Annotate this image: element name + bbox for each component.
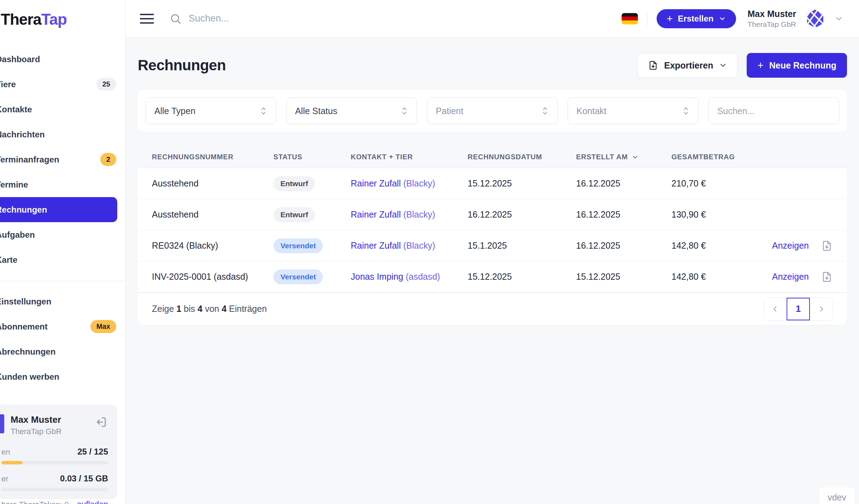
invoice-date: 15.12.2025 xyxy=(468,178,576,189)
sidebar-divider xyxy=(0,281,125,281)
col-header-kontakt-tier[interactable]: Kontakt + Tier xyxy=(351,153,468,161)
logout-icon[interactable] xyxy=(95,416,107,428)
sidebar-item-termine[interactable]: Termine xyxy=(0,172,125,197)
plus-icon: + xyxy=(667,13,673,24)
user-menu[interactable]: Max Muster TheraTap GbR xyxy=(747,9,796,29)
created-date: 15.12.2025 xyxy=(576,272,671,282)
user-name: Max Muster xyxy=(11,414,61,425)
topbar-user-org: TheraTap GbR xyxy=(747,20,796,29)
invoice-number: Ausstehend xyxy=(152,178,273,189)
sidebar-item-nachrichten[interactable]: Nachrichten xyxy=(0,122,125,147)
topbar-divider xyxy=(647,11,647,26)
app-logo[interactable]: TheraTap xyxy=(0,0,125,28)
menu-icon[interactable] xyxy=(140,11,154,26)
logo-text-tap: Tap xyxy=(41,11,67,28)
total-amount: 142,80 € xyxy=(671,272,763,282)
filter-search-input[interactable] xyxy=(717,106,830,116)
invoice-number: RE0324 (Blacky) xyxy=(152,241,273,251)
logo-text-thera: Thera xyxy=(1,11,41,28)
invoice-date: 16.12.2025 xyxy=(468,209,576,220)
avatar[interactable] xyxy=(805,9,825,29)
sidebar-item-aufgaben[interactable]: Aufgaben xyxy=(0,222,125,247)
sidebar-item-terminanfragen[interactable]: Terminanfragen2 xyxy=(0,147,125,172)
chevron-down-icon xyxy=(718,15,726,23)
new-invoice-button[interactable]: + Neue Rechnung xyxy=(747,53,847,78)
download-pdf-icon[interactable] xyxy=(821,271,833,283)
sidebar-item-karte[interactable]: Karte xyxy=(0,247,125,272)
table-row[interactable]: Ausstehend Entwurf Rainer Zufall (Blacky… xyxy=(138,199,847,230)
plus-icon: + xyxy=(757,60,764,71)
total-amount: 130,90 € xyxy=(671,209,763,220)
sidebar-item-tiere[interactable]: Tiere25 xyxy=(0,72,125,97)
page-title: Rechnungen xyxy=(138,57,226,74)
environment-badge: vdev xyxy=(819,487,855,504)
table-header-row: Rechnungsnummer Status Kontakt + Tier Re… xyxy=(138,146,847,168)
sidebar-user-card: Max Muster TheraTap GbR en 25 / 125 er 0… xyxy=(0,404,117,499)
status-badge: Versendet xyxy=(273,238,323,253)
col-header-rechnungsnummer[interactable]: Rechnungsnummer xyxy=(152,153,273,161)
quota1-progressbar xyxy=(1,461,108,464)
quota1-label: en xyxy=(1,447,10,457)
filter-type-select[interactable]: Alle Typen xyxy=(146,97,276,124)
sidebar-item-einstellungen[interactable]: Einstellungen xyxy=(0,289,125,314)
file-export-icon xyxy=(648,60,658,71)
search-icon xyxy=(170,13,182,25)
contact-link[interactable]: Jonas Imping (asdasd) xyxy=(351,272,440,281)
total-amount: 210,70 € xyxy=(671,178,763,189)
quota2-label: er xyxy=(1,474,8,484)
created-date: 16.12.2025 xyxy=(576,209,671,220)
theratoken-topup-link[interactable]: aufladen xyxy=(77,500,108,504)
abonnement-plan-badge: Max xyxy=(90,320,116,333)
sidebar-item-abrechnungen[interactable]: Abrechnungen xyxy=(0,339,125,364)
user-avatar xyxy=(0,414,4,433)
select-chevrons-icon xyxy=(682,106,690,116)
status-badge: Versendet xyxy=(273,269,323,284)
sidebar-item-rechnungen[interactable]: Rechnungen xyxy=(0,197,117,222)
view-invoice-link[interactable]: Anzeigen xyxy=(772,272,809,282)
sidebar-item-kunden-werben[interactable]: Kunden werben xyxy=(0,364,125,389)
page-number-button[interactable]: 1 xyxy=(787,298,810,320)
table-row[interactable]: INV-2025-0001 (asdasd) Versendet Jonas I… xyxy=(138,261,847,292)
filter-contact-select[interactable]: Kontakt xyxy=(568,97,698,124)
chevron-left-icon xyxy=(771,305,780,313)
contact-link[interactable]: Rainer Zufall (Blacky) xyxy=(351,241,435,250)
table-row[interactable]: Ausstehend Entwurf Rainer Zufall (Blacky… xyxy=(138,168,847,199)
contact-link[interactable]: Rainer Zufall (Blacky) xyxy=(351,178,435,188)
next-page-button[interactable] xyxy=(810,298,833,320)
download-pdf-icon[interactable] xyxy=(821,240,833,252)
sidebar-item-abonnement[interactable]: AbonnementMax xyxy=(0,314,125,339)
filter-status-select[interactable]: Alle Status xyxy=(286,97,417,124)
select-chevrons-icon xyxy=(260,106,267,116)
created-date: 16.12.2025 xyxy=(576,241,671,251)
created-date: 16.12.2025 xyxy=(576,178,671,189)
col-header-erstellt-am[interactable]: Erstellt am xyxy=(576,153,671,161)
col-header-status[interactable]: Status xyxy=(273,153,351,161)
pagination: 1 xyxy=(764,297,833,321)
col-header-gesamtbetrag[interactable]: Gesamtbetrag xyxy=(671,153,763,161)
sidebar-item-kontakte[interactable]: Kontakte xyxy=(0,97,125,122)
invoice-date: 15.12.2025 xyxy=(468,272,576,282)
global-search-input[interactable] xyxy=(189,13,401,24)
table-row[interactable]: RE0324 (Blacky) Versendet Rainer Zufall … xyxy=(138,230,847,261)
chevron-down-icon xyxy=(719,61,727,70)
theratoken-label: bare TheraToken: 0 xyxy=(1,500,69,504)
user-menu-chevron-icon[interactable] xyxy=(834,14,843,23)
user-org: TheraTap GbR xyxy=(11,427,61,436)
invoice-number: Ausstehend xyxy=(152,209,273,220)
sort-chevron-icon xyxy=(632,154,639,161)
quota2-progressbar xyxy=(1,488,108,491)
export-button[interactable]: Exportieren xyxy=(638,53,737,78)
status-badge: Entwurf xyxy=(273,176,315,191)
view-invoice-link[interactable]: Anzeigen xyxy=(772,241,809,251)
col-header-rechnungsdatum[interactable]: Rechnungsdatum xyxy=(468,153,576,161)
quota2-value: 0.03 / 15 GB xyxy=(60,474,108,484)
contact-link[interactable]: Rainer Zufall (Blacky) xyxy=(351,209,435,219)
tiere-count-badge: 25 xyxy=(96,78,116,91)
filter-bar: Alle Typen Alle Status Patient Kontakt xyxy=(138,90,847,132)
previous-page-button[interactable] xyxy=(764,298,787,320)
total-amount: 142,80 € xyxy=(671,241,763,251)
filter-patient-select[interactable]: Patient xyxy=(427,97,558,124)
sidebar-item-dashboard[interactable]: Dashboard xyxy=(0,47,125,72)
create-button[interactable]: + Erstellen xyxy=(657,9,736,28)
language-flag-icon[interactable] xyxy=(622,13,638,24)
